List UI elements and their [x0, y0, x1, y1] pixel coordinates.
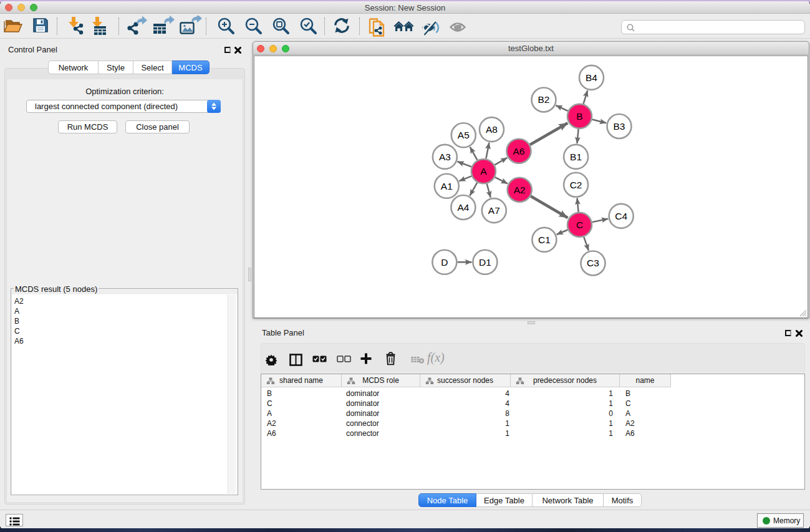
svg-text:A4: A4 [457, 202, 469, 213]
svg-text:B2: B2 [538, 94, 550, 105]
svg-text:A7: A7 [488, 205, 500, 216]
svg-text:A2: A2 [514, 185, 526, 195]
svg-text:B1: B1 [570, 152, 582, 162]
svg-text:A6: A6 [513, 146, 525, 157]
svg-text:B3: B3 [614, 121, 625, 132]
svg-text:A1: A1 [441, 181, 453, 191]
svg-text:C: C [576, 220, 583, 230]
svg-text:A8: A8 [486, 124, 498, 135]
svg-text:A5: A5 [458, 130, 470, 140]
svg-text:D: D [441, 257, 448, 268]
svg-text:B4: B4 [586, 72, 597, 83]
svg-text:A3: A3 [439, 152, 451, 162]
svg-text:C1: C1 [538, 235, 551, 245]
svg-text:D1: D1 [479, 257, 491, 268]
svg-text:A: A [480, 166, 487, 177]
svg-text:C2: C2 [570, 180, 582, 190]
svg-text:C3: C3 [587, 258, 599, 268]
svg-text:B: B [576, 111, 582, 122]
svg-text:C4: C4 [615, 211, 627, 221]
